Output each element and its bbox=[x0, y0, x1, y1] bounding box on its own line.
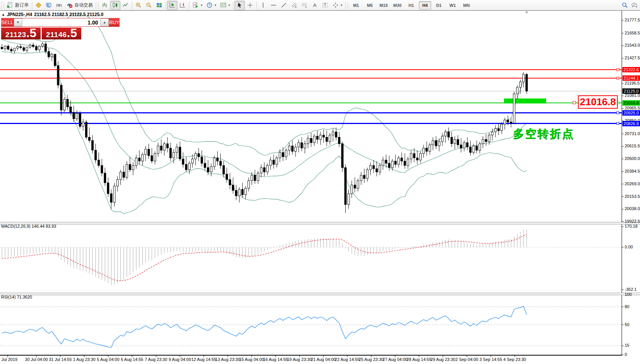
volume-increase-button[interactable]: ▲ bbox=[100, 18, 109, 26]
axis-tick-label: 170.18 bbox=[625, 224, 638, 229]
axis-tick-label: 20500.0 bbox=[625, 156, 640, 161]
axis-tick-label: 80 bbox=[625, 304, 629, 309]
time-axis-label: 6 Aug 14:55 bbox=[121, 357, 143, 362]
axis-tick-label: 21427.5 bbox=[625, 55, 640, 60]
price-axis-line bbox=[622, 11, 622, 356]
macd-label: MACD(12,26,9) 146.44 83.93 bbox=[1, 224, 56, 229]
time-axis-line bbox=[0, 355, 622, 356]
time-axis-label: 28 Aug 14:55 bbox=[407, 357, 432, 362]
time-axis-label: 2 Sep 04:00 bbox=[456, 357, 478, 362]
time-axis-label: 4 Sep 23:30 bbox=[503, 357, 526, 362]
level-badge: 20826.8 bbox=[622, 121, 640, 126]
buy-price-box[interactable]: 21146 .5 bbox=[42, 28, 81, 39]
sell-price-pips: .5 bbox=[26, 28, 36, 38]
axis-tick-label: 20615.5 bbox=[625, 144, 640, 148]
axis-tick-label: 100 bbox=[625, 292, 632, 297]
time-axis-label: 5 Aug 04:00 bbox=[97, 357, 120, 362]
macd-panel-divider[interactable] bbox=[0, 222, 640, 224]
current-price-badge: 21125.0 bbox=[622, 88, 640, 94]
volume-decrease-button[interactable]: ▼ bbox=[14, 18, 22, 26]
chart-canvas[interactable] bbox=[0, 0, 640, 364]
time-axis-label: 9 Aug 04:00 bbox=[169, 357, 191, 362]
axis-tick-label: 0.00 bbox=[625, 245, 633, 249]
time-axis-label: 3 Sep 14:55 bbox=[479, 357, 502, 362]
axis-tick-label: 0 bbox=[625, 352, 627, 357]
time-axis-label: 21 Aug 04:00 bbox=[311, 357, 336, 362]
axis-tick-label: 20384.5 bbox=[625, 169, 640, 173]
rsi-label: RSI(14) 71.3620 bbox=[1, 295, 32, 299]
chart-ohlc: 21162.5 21182.5 21122.5 21125.0 bbox=[34, 12, 103, 17]
buy-button[interactable]: BUY bbox=[109, 18, 120, 27]
axis-tick-label: 19922.5 bbox=[625, 219, 640, 224]
trading-terminal-window: 新订单 自动交易 ▾ ▾ ▾ E F A T ▾ bbox=[0, 0, 640, 364]
one-click-trading-panel: SELL ▼ ▲ BUY 21123 .5 21146 .5 bbox=[1, 18, 81, 39]
sell-button[interactable]: SELL bbox=[1, 18, 13, 27]
window-marker-icon: ▲ bbox=[2, 13, 5, 16]
axis-tick-label: 20153.5 bbox=[625, 194, 640, 199]
time-axis-label: 15 Aug 04:00 bbox=[239, 357, 264, 362]
axis-tick-label: -352.1 bbox=[625, 287, 637, 292]
volume-input[interactable] bbox=[22, 18, 100, 26]
chart-symbol: JPN225-,H4 bbox=[7, 12, 32, 17]
axis-tick-label: 50 bbox=[625, 322, 629, 327]
axis-tick-label: 21196.5 bbox=[625, 81, 640, 85]
axis-tick-label: 20965.5 bbox=[625, 106, 640, 110]
time-axis-label: 13 Aug 23:30 bbox=[215, 357, 240, 362]
time-axis-label: 8 Jul 2019 bbox=[0, 357, 17, 362]
buy-price-pips: .5 bbox=[67, 28, 77, 38]
axis-tick-label: 21543.0 bbox=[625, 43, 640, 47]
time-axis-label: 12 Aug 14:55 bbox=[191, 357, 216, 362]
sell-price-main: 21123 bbox=[5, 31, 26, 39]
axis-tick-label: 20038.0 bbox=[625, 206, 640, 211]
time-axis-label: 29 Aug 23:30 bbox=[430, 357, 455, 362]
price-annotation-box[interactable]: 21016.8 bbox=[578, 95, 618, 109]
time-axis-label: 25 Aug 23:30 bbox=[359, 357, 384, 362]
level-badge: 21016.8 bbox=[622, 100, 640, 106]
time-axis-label: 19 Aug 23:30 bbox=[287, 357, 312, 362]
time-axis-label: 7 Aug 23:30 bbox=[145, 357, 167, 362]
turning-point-annotation[interactable]: 多空转折点 bbox=[513, 126, 574, 142]
time-axis-label: 27 Aug 04:00 bbox=[383, 357, 408, 362]
level-badge: 21322.6 bbox=[622, 67, 640, 72]
axis-tick-label: 21658.5 bbox=[625, 31, 640, 35]
chart-title: ▲ JPN225-,H4 21162.5 21182.5 21122.5 211… bbox=[2, 12, 103, 17]
axis-tick-label: 21777.5 bbox=[625, 18, 640, 22]
axis-tick-label: 21081.0 bbox=[625, 93, 640, 98]
level-badge: 21244.1 bbox=[622, 75, 640, 81]
time-axis-label: 30 Jul 04:00 bbox=[25, 357, 48, 362]
axis-tick-label: 20269.0 bbox=[625, 181, 640, 186]
time-axis-label: 31 Jul 14:55 bbox=[49, 357, 72, 362]
time-axis-label: 16 Aug 14:55 bbox=[263, 357, 288, 362]
axis-tick-label: 20731.0 bbox=[625, 131, 640, 136]
level-badge: 20925.0 bbox=[622, 110, 640, 116]
axis-tick-label: 15 bbox=[625, 343, 629, 348]
time-axis-label: 1 Aug 23:30 bbox=[73, 357, 95, 362]
time-axis-label: 22 Aug 14:55 bbox=[335, 357, 360, 362]
sell-price-box[interactable]: 21123 .5 bbox=[1, 28, 41, 39]
rsi-panel-divider[interactable] bbox=[0, 293, 640, 295]
buy-price-main: 21146 bbox=[46, 31, 67, 39]
